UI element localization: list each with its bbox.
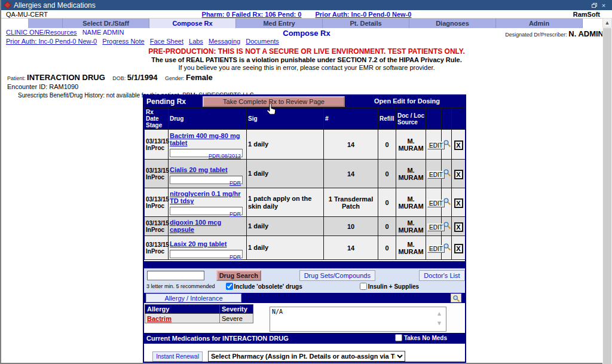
drug-link[interactable]: Bactrim 400 mg-80 mg tablet: [170, 132, 245, 146]
rx-date: 03/13/15: [146, 220, 169, 227]
notes-scroll-up-icon[interactable]: ▲: [436, 309, 443, 319]
labs-link[interactable]: Labs: [189, 38, 203, 45]
drug-sets-compounds-button[interactable]: Drug Sets/Compounds: [299, 270, 375, 281]
qty-value: 10: [324, 217, 378, 236]
delete-rx-button[interactable]: X: [454, 244, 463, 253]
allergy-intolerance-button[interactable]: Allergy / Intolerance: [146, 293, 241, 302]
drug-search-input[interactable]: [147, 271, 204, 280]
edit-button[interactable]: EDIT: [427, 245, 445, 253]
rx-date: 03/13/15: [146, 241, 169, 248]
close-icon[interactable]: ×: [599, 2, 608, 9]
doc-value: M. MURAM: [396, 188, 426, 217]
col-delete: [452, 108, 466, 130]
drug-note-input[interactable]: PDR: [170, 207, 243, 215]
error-contact-note: If you believe you are seeing this in er…: [1, 63, 612, 71]
notes-scroll-down-icon[interactable]: ▼: [436, 319, 443, 328]
col-sig: Sig: [247, 108, 324, 130]
tab-pt-details[interactable]: Pt. Details: [323, 19, 409, 28]
tab-compose-rx[interactable]: Compose Rx: [149, 19, 236, 28]
drug-note-input[interactable]: PDR:08/2012: [170, 149, 243, 157]
face-sheet-link[interactable]: Face Sheet: [150, 38, 183, 45]
rx-stage: InProc: [146, 248, 164, 255]
allergy-name-link[interactable]: Bactrim: [147, 315, 172, 322]
drug-link[interactable]: Lasix 20 mg tablet: [170, 240, 227, 247]
pdr-link[interactable]: PDR: [230, 254, 241, 260]
col-doc-loc-source: Doc / Loc Source: [396, 108, 426, 130]
pharmacy-select[interactable]: Select Pharmacy (Assign in Pt. Details o…: [208, 351, 405, 362]
delete-rx-button[interactable]: X: [454, 170, 463, 179]
magnifier-icon[interactable]: [443, 139, 451, 148]
insulin-supplies-checkbox[interactable]: [360, 283, 367, 290]
allergy-notes-textarea[interactable]: N/A: [270, 307, 446, 332]
prior-auth-link[interactable]: Prior Auth: Inc-0 Pend-0 New-0: [6, 38, 97, 45]
vertical-scrollbar[interactable]: ▲: [602, 18, 612, 364]
magnifier-icon[interactable]: [443, 169, 451, 177]
pharm-status-link[interactable]: Pharm: 0 Failed Rx: 106 Pend: 0: [202, 11, 302, 18]
include-obsolete-checkbox[interactable]: [226, 283, 233, 290]
drug-link[interactable]: nitroglycerin 0.1 mg/hr TD tdsy: [170, 190, 245, 204]
table-row: 03/13/15InProc nitroglycerin 0.1 mg/hr T…: [145, 188, 466, 217]
gender-label: Gender:: [165, 75, 185, 81]
allergy-magnifier-icon[interactable]: [451, 293, 461, 302]
pdr-link[interactable]: PDR: [230, 180, 241, 186]
edit-button[interactable]: EDIT: [427, 200, 445, 207]
notes-scrollbar[interactable]: ▲ ▼: [436, 309, 443, 329]
progress-note-link[interactable]: Progress Note: [102, 38, 144, 45]
table-row: 03/13/15InProc Bactrim 400 mg-80 mg tabl…: [145, 130, 466, 160]
takes-no-meds-checkbox[interactable]: [395, 334, 402, 341]
rx-stage: InProc: [146, 174, 164, 181]
edit-button[interactable]: EDIT: [427, 142, 445, 149]
patient-name: INTERACTION DRUG: [27, 73, 105, 82]
scroll-up-icon[interactable]: ▲: [602, 18, 612, 27]
prior-auth-status-link[interactable]: Prior Auth: Inc-0 Pend-0 New-0: [316, 11, 412, 18]
dob-label: DOB:: [112, 75, 126, 81]
pending-rx-header: Pending Rx Take Complete Rx to Review Pa…: [144, 96, 465, 108]
sig-value: 1 daily: [247, 217, 324, 236]
edit-button[interactable]: EDIT: [427, 224, 445, 231]
documents-link[interactable]: Documents: [246, 38, 279, 45]
tab-diagnoses[interactable]: Diagnoses: [409, 19, 496, 28]
qty-value: 14: [324, 130, 378, 160]
drug-search-button[interactable]: Drug Search: [216, 270, 261, 281]
doc-value: M. MURAM: [396, 160, 426, 188]
sig-value: 1 daily: [247, 130, 324, 160]
edit-button[interactable]: EDIT: [427, 171, 445, 179]
designated-dr-label: Designated Dr/Prescriber:: [505, 32, 567, 38]
sig-value: 1 daily: [247, 160, 324, 188]
drug-link[interactable]: digoxin 100 mcg capsule: [170, 219, 245, 233]
tab-select-dr-staff[interactable]: Select Dr./Staff: [63, 19, 149, 28]
refill-value: 0: [378, 130, 396, 160]
delete-rx-button[interactable]: X: [454, 198, 463, 208]
refill-value: 0: [378, 160, 396, 188]
take-complete-rx-button[interactable]: Take Complete Rx to Review Page: [203, 96, 345, 107]
col-edit: [426, 108, 442, 130]
open-edit-dosing-label[interactable]: Open Edit for Dosing: [374, 97, 440, 105]
pending-rx-table: Rx Date Stage Drug Sig # Refill Doc / Lo…: [144, 108, 466, 260]
pdr-link[interactable]: PDR:08/2012: [209, 153, 241, 159]
delete-rx-button[interactable]: X: [454, 222, 463, 232]
restore-icon[interactable]: [589, 2, 599, 9]
drug-note-input[interactable]: PDR: [170, 250, 243, 258]
app-icon: [4, 1, 11, 9]
table-header-row: Rx Date Stage Drug Sig # Refill Doc / Lo…: [145, 108, 466, 130]
brand-label: RamSoft: [488, 11, 607, 18]
magnifier-icon[interactable]: [443, 221, 451, 230]
magnifier-icon[interactable]: [443, 243, 451, 251]
magnifier-icon[interactable]: [443, 197, 451, 206]
col-rx-date-stage: Rx Date Stage: [145, 108, 169, 130]
drug-note-input[interactable]: PDR: [170, 176, 243, 184]
drug-link[interactable]: Cialis 20 mg tablet: [170, 166, 228, 173]
compose-rx-panel: Pending Rx Take Complete Rx to Review Pa…: [143, 94, 466, 363]
scrollbar-thumb[interactable]: [603, 28, 611, 364]
instant-renewal-button[interactable]: Instant Renewal: [152, 351, 203, 362]
tab-admin[interactable]: Admin: [496, 19, 583, 28]
current-meds-header: Current Medications for INTERACTION DRUG…: [144, 333, 465, 344]
pdr-link[interactable]: PDR: [230, 211, 241, 217]
window-title: Allergies and Medications: [14, 1, 589, 10]
delete-rx-button[interactable]: X: [454, 140, 463, 150]
messaging-link[interactable]: Messaging: [209, 38, 240, 45]
tab-med-entry[interactable]: Med Entry: [236, 19, 323, 28]
table-row: 03/13/15InProc Lasix 20 mg tablet PDR 1 …: [145, 236, 466, 260]
doctors-list-button[interactable]: Doctor's List: [419, 270, 465, 281]
current-meds-title: Current Medications for INTERACTION DRUG: [146, 335, 289, 342]
